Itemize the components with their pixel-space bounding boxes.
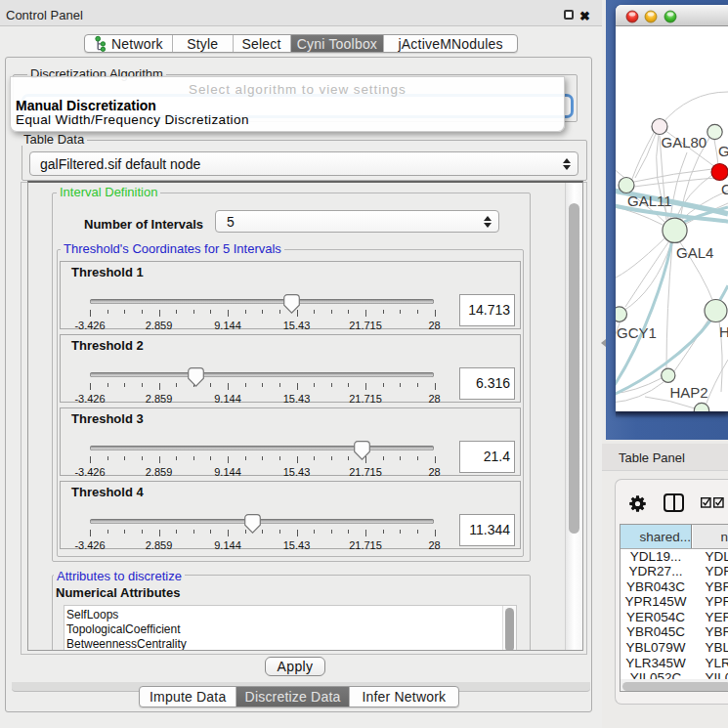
svg-text:HAP2: HAP2 — [670, 384, 708, 401]
svg-text:H: H — [719, 323, 728, 340]
svg-text:GAL80: GAL80 — [662, 134, 707, 150]
svg-text:GA: GA — [718, 143, 728, 159]
svg-text:C: C — [721, 181, 728, 197]
svg-text:GAL4: GAL4 — [676, 244, 713, 261]
svg-text:GCY1: GCY1 — [617, 324, 657, 341]
svg-text:GAL11: GAL11 — [627, 193, 672, 209]
